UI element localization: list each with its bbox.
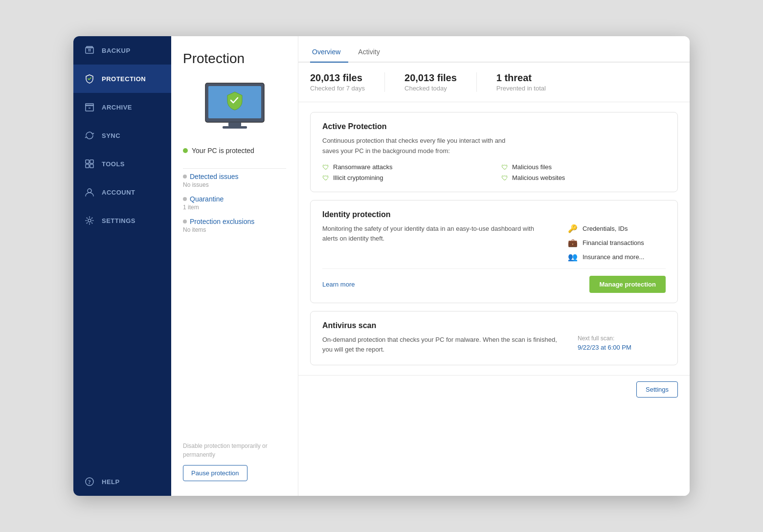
sync-icon	[84, 130, 95, 141]
feature-malicious-files: 🛡 Malicious files	[501, 163, 666, 171]
monitor-image	[183, 78, 286, 137]
sidebar-item-label: Archive	[102, 104, 132, 111]
identity-left: Monitoring the safety of your identity d…	[322, 224, 548, 251]
svg-rect-8	[90, 160, 93, 163]
stat-files-7days: 20,013 files Checked for 7 days	[310, 72, 365, 92]
shield-icon: 🛡	[322, 163, 329, 171]
card-desc: Monitoring the safety of your identity d…	[322, 224, 548, 244]
identity-protection-card: Identity protection Monitoring the safet…	[310, 200, 678, 303]
features-grid: 🛡 Ransomware attacks 🛡 Malicious files 🛡…	[322, 163, 666, 182]
protection-icon	[84, 73, 95, 84]
next-scan-label: Next full scan:	[578, 335, 666, 342]
learn-more-link[interactable]: Learn more	[322, 281, 355, 288]
sidebar-item-label: Account	[102, 189, 135, 196]
stat-threats: 1 threat Prevented in total	[496, 72, 546, 92]
sidebar-item-archive[interactable]: Archive	[73, 93, 171, 121]
svg-rect-5	[86, 104, 93, 106]
exclusions-link[interactable]: Protection exclusions No items	[183, 218, 286, 233]
account-icon	[84, 187, 95, 198]
sidebar-item-account[interactable]: Account	[73, 178, 171, 206]
stat-value: 20,013 files	[404, 72, 457, 84]
help-label: Help	[102, 478, 120, 486]
cards-area: Active Protection Continuous protection …	[298, 102, 690, 375]
sidebar-item-protection[interactable]: Protection	[73, 65, 171, 93]
quarantine-dot	[183, 197, 187, 201]
svg-rect-18	[223, 126, 247, 129]
sidebar-item-label: Settings	[102, 217, 135, 224]
sidebar: Backup Protection Archive	[73, 36, 171, 496]
tools-icon	[84, 158, 95, 169]
help-icon: ?	[84, 476, 95, 487]
stat-label: Checked today	[404, 85, 457, 92]
right-panel: Overview Activity 20,013 files Checked f…	[298, 36, 690, 496]
svg-rect-17	[228, 122, 241, 126]
status-line: Your PC is protected	[183, 147, 286, 155]
financial-icon: 💼	[568, 238, 578, 247]
sidebar-item-label: Protection	[102, 75, 146, 83]
content-area: Protection Your PC is	[171, 36, 690, 496]
tab-activity[interactable]: Activity	[356, 44, 387, 62]
antivirus-scan-card: Antivirus scan On-demand protection that…	[310, 311, 678, 366]
tabs-bar: Overview Activity	[298, 36, 690, 63]
active-protection-card: Active Protection Continuous protection …	[310, 112, 678, 192]
card-title: Active Protection	[322, 122, 666, 131]
sidebar-item-backup[interactable]: Backup	[73, 36, 171, 65]
svg-point-12	[88, 219, 91, 222]
status-dot	[183, 148, 188, 153]
feature-malicious-websites: 🛡 Malicious websites	[501, 174, 666, 182]
tab-overview[interactable]: Overview	[310, 44, 348, 62]
antivirus-body: On-demand protection that checks your PC…	[322, 335, 666, 355]
next-scan-value: 9/22/23 at 6:00 PM	[578, 344, 666, 351]
pause-protection-button[interactable]: Pause protection	[183, 465, 247, 481]
settings-icon	[84, 215, 95, 226]
card-desc: Continuous protection that checks every …	[322, 136, 508, 156]
svg-rect-9	[86, 164, 89, 168]
pause-desc: Disable protection temporarily or perman…	[183, 442, 286, 459]
feature-financial: 💼 Financial transactions	[568, 238, 666, 247]
status-text: Your PC is protected	[192, 147, 254, 155]
card-footer: Learn more Manage protection	[322, 268, 666, 293]
card-title: Antivirus scan	[322, 321, 666, 330]
exclusions-dot	[183, 220, 187, 223]
manage-protection-button[interactable]: Manage protection	[589, 276, 666, 293]
feature-ransomware: 🛡 Ransomware attacks	[322, 163, 487, 171]
pause-section: Disable protection temporarily or perman…	[183, 442, 286, 481]
svg-rect-7	[86, 160, 89, 163]
sidebar-item-label: Tools	[102, 160, 125, 168]
settings-btn-area: Settings	[298, 375, 690, 403]
shield-icon: 🛡	[322, 174, 329, 182]
sidebar-item-label: Backup	[102, 47, 131, 54]
sidebar-item-label: Sync	[102, 132, 120, 139]
antivirus-left: On-demand protection that checks your PC…	[322, 335, 558, 355]
sidebar-item-settings[interactable]: Settings	[73, 206, 171, 235]
svg-point-11	[88, 189, 91, 193]
stat-label: Checked for 7 days	[310, 85, 365, 92]
backup-icon	[84, 45, 95, 56]
stat-divider	[476, 72, 477, 92]
svg-rect-0	[86, 47, 93, 53]
svg-text:?: ?	[88, 479, 91, 486]
page-title: Protection	[183, 51, 286, 66]
sidebar-item-sync[interactable]: Sync	[73, 121, 171, 150]
quarantine-link[interactable]: Quarantine 1 item	[183, 195, 286, 211]
stat-divider	[384, 72, 385, 92]
detected-issues-link[interactable]: Detected issues No issues	[183, 173, 286, 188]
svg-rect-10	[90, 164, 93, 168]
insurance-icon: 👥	[568, 252, 578, 262]
stat-value: 1 threat	[496, 72, 546, 84]
identity-card-body: Monitoring the safety of your identity d…	[322, 224, 666, 262]
sidebar-item-tools[interactable]: Tools	[73, 150, 171, 178]
feature-cryptomining: 🛡 Illicit cryptomining	[322, 174, 487, 182]
card-title: Identity protection	[322, 210, 666, 219]
stat-label: Prevented in total	[496, 85, 546, 92]
antivirus-right: Next full scan: 9/22/23 at 6:00 PM	[578, 335, 666, 351]
key-icon: 🔑	[568, 224, 578, 233]
card-desc: On-demand protection that checks your PC…	[322, 335, 558, 355]
settings-button[interactable]: Settings	[636, 381, 678, 398]
detected-dot	[183, 175, 187, 178]
left-panel: Protection Your PC is	[171, 36, 298, 496]
feature-credentials: 🔑 Credentials, IDs	[568, 224, 666, 233]
shield-icon: 🛡	[501, 163, 508, 171]
sidebar-item-help[interactable]: ? Help	[73, 467, 171, 496]
archive-icon	[84, 102, 95, 112]
